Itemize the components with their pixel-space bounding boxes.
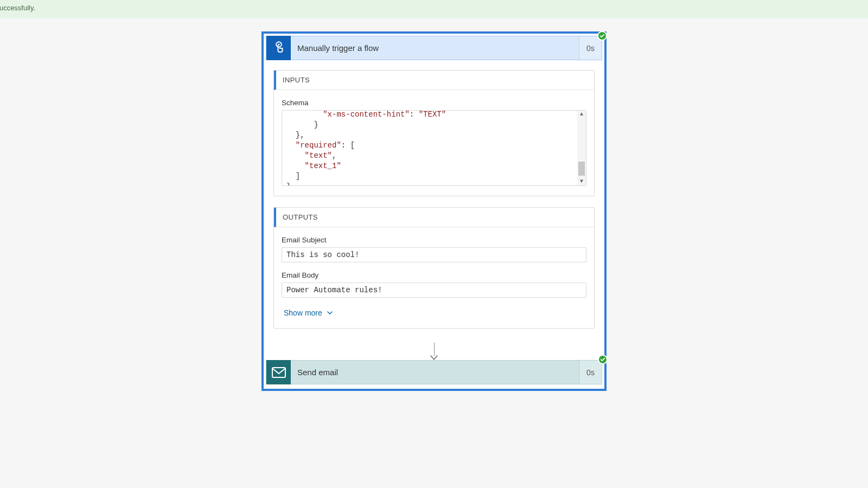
success-banner: ran successfully. — [0, 0, 868, 18]
output-field: Email Body Power Automate rules! — [282, 271, 586, 298]
flow-arrow-connector — [266, 341, 602, 361]
outputs-section: OUTPUTS Email Subject This is so cool! E… — [273, 207, 595, 329]
send-email-duration: 0s — [579, 361, 602, 384]
scroll-down-icon[interactable]: ▼ — [580, 178, 583, 185]
inputs-section: INPUTS Schema "x-ms-content-hint": "TEXT… — [273, 70, 595, 196]
send-email-step[interactable]: Send email 0s — [266, 360, 602, 384]
output-field-label: Email Subject — [282, 236, 586, 244]
schema-label: Schema — [282, 99, 586, 107]
svg-rect-2 — [272, 368, 285, 377]
trigger-step-duration: 0s — [579, 36, 602, 60]
flow-run-container: Manually trigger a flow 0s INPUTS Schema… — [261, 31, 607, 391]
trigger-step-header[interactable]: Manually trigger a flow 0s — [266, 36, 602, 60]
inputs-section-header: INPUTS — [274, 70, 594, 90]
scroll-up-icon[interactable]: ▲ — [580, 111, 583, 118]
output-field-value[interactable]: This is so cool! — [282, 247, 586, 262]
outputs-section-header: OUTPUTS — [274, 208, 594, 227]
scroll-thumb[interactable] — [578, 162, 585, 176]
schema-scrollbar[interactable]: ▲ ▼ — [577, 111, 586, 185]
output-field-value[interactable]: Power Automate rules! — [282, 282, 586, 298]
touch-icon — [266, 36, 291, 60]
trigger-details-body: INPUTS Schema "x-ms-content-hint": "TEXT… — [266, 60, 602, 341]
success-badge-icon — [597, 31, 607, 41]
flow-canvas: Manually trigger a flow 0s INPUTS Schema… — [0, 18, 868, 391]
success-banner-text: ran successfully. — [0, 4, 35, 12]
show-more-label: Show more — [284, 309, 322, 317]
show-more-button[interactable]: Show more — [282, 307, 335, 318]
output-field-label: Email Body — [282, 271, 586, 279]
output-field: Email Subject This is so cool! — [282, 236, 586, 262]
trigger-step-title: Manually trigger a flow — [291, 43, 579, 53]
mail-icon — [266, 360, 291, 384]
success-badge-icon — [598, 355, 608, 364]
chevron-down-icon — [327, 310, 333, 316]
send-email-title: Send email — [291, 368, 579, 377]
schema-textarea[interactable]: "x-ms-content-hint": "TEXT" } }, "requir… — [282, 110, 586, 186]
